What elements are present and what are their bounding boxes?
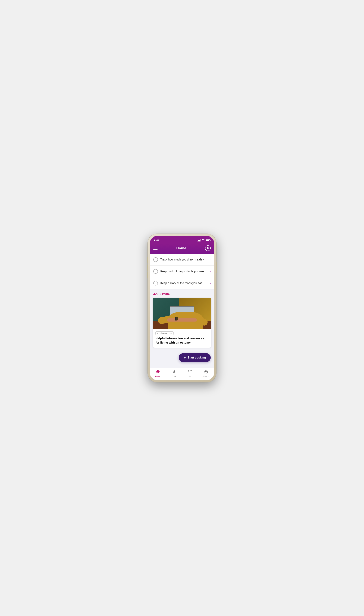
svg-point-5: [206, 371, 207, 372]
learn-more-section: LEARN MORE: [150, 289, 214, 350]
nav-item-eat[interactable]: Eat: [184, 369, 196, 377]
signal-icon: [197, 239, 201, 242]
nav-label-drink: Drink: [172, 375, 176, 377]
nav-item-drink[interactable]: Drink: [168, 369, 180, 377]
drink-icon: [172, 369, 176, 374]
start-tracking-button[interactable]: + Start tracking: [179, 353, 211, 362]
nav-label-eat: Eat: [189, 375, 192, 377]
checklist-section: Track how much you drink in a day › Keep…: [150, 254, 214, 289]
fab-container: + Start tracking: [150, 350, 214, 365]
page-title: Home: [176, 246, 186, 250]
phone-screen: 9:41: [150, 236, 214, 380]
pouch-icon: [204, 369, 208, 374]
nav-label-home: Home: [155, 375, 160, 377]
checklist-text-products: Keep track of the products you use: [160, 270, 210, 273]
nav-label-pouch: Pouch: [204, 375, 209, 377]
svg-point-4: [205, 370, 208, 373]
chevron-products-icon: ›: [210, 270, 211, 273]
status-bar: 9:41: [150, 236, 214, 244]
checkbox-products[interactable]: [153, 269, 158, 274]
wifi-icon: [202, 239, 205, 242]
chevron-drink-icon: ›: [210, 258, 211, 262]
learn-more-label: LEARN MORE: [153, 293, 211, 295]
content-area: Track how much you drink in a day › Keep…: [150, 254, 214, 368]
checklist-item-drink[interactable]: Track how much you drink in a day ›: [150, 254, 214, 266]
card-title: Helpful information and resources for li…: [153, 336, 211, 347]
svg-point-0: [203, 241, 204, 241]
chevron-food-icon: ›: [210, 282, 211, 285]
checklist-text-food: Keep a diary of the foods you eat: [160, 282, 210, 285]
phone-device: 9:41: [148, 234, 216, 382]
checkbox-food[interactable]: [153, 281, 158, 285]
battery-icon: [206, 239, 210, 241]
learn-more-card[interactable]: mepluscare.com Helpful information and r…: [153, 298, 211, 347]
nav-item-pouch[interactable]: Pouch: [200, 369, 212, 377]
checklist-item-food[interactable]: Keep a diary of the foods you eat ›: [150, 277, 214, 289]
checklist-text-drink: Track how much you drink in a day: [160, 258, 210, 261]
checkbox-drink[interactable]: [153, 257, 158, 262]
menu-button[interactable]: [153, 247, 157, 250]
app-header: Home: [150, 244, 214, 254]
nav-item-home[interactable]: Home: [152, 369, 164, 377]
home-icon: [156, 369, 160, 374]
profile-button[interactable]: [205, 245, 211, 251]
svg-point-1: [207, 247, 208, 248]
eat-icon: [188, 369, 192, 374]
checklist-item-products[interactable]: Keep track of the products you use ›: [150, 266, 214, 277]
status-icons: [197, 239, 210, 242]
card-image: [153, 298, 211, 329]
start-tracking-label: Start tracking: [188, 356, 206, 359]
bottom-navigation: Home Drink Eat: [150, 368, 214, 380]
card-source: mepluscare.com: [156, 331, 174, 335]
status-time: 9:41: [154, 239, 159, 242]
plus-icon: +: [183, 356, 186, 359]
